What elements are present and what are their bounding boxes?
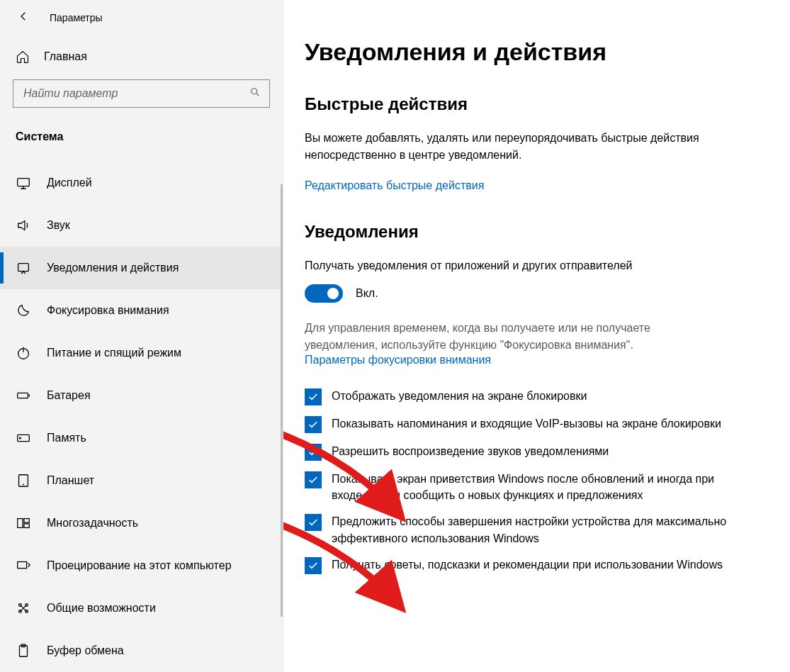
notifications-check-list: Отображать уведомления на экране блокиро…	[305, 388, 762, 574]
svg-rect-4	[18, 393, 28, 398]
edit-quick-actions-link[interactable]: Редактировать быстрые действия	[305, 179, 484, 191]
battery-icon	[16, 388, 31, 403]
notifications-heading: Уведомления	[305, 222, 762, 242]
multitask-icon	[16, 515, 31, 531]
svg-rect-2	[18, 264, 29, 271]
sidebar-item-label: Батарея	[47, 389, 91, 402]
quick-actions-desc: Вы можете добавлять, удалять или переупо…	[305, 130, 701, 164]
sidebar-item-label: Проецирование на этот компьютер	[47, 559, 232, 572]
main-content: Уведомления и действия Быстрые действия …	[283, 0, 790, 672]
power-icon	[16, 345, 31, 361]
shared-icon	[16, 600, 31, 616]
nav-list: ДисплейЗвукУведомления и действияФокусир…	[0, 162, 283, 672]
sidebar-item-label: Память	[47, 432, 86, 444]
sidebar-item-label: Фокусировка внимания	[47, 304, 169, 317]
sidebar-item-label: Дисплей	[47, 177, 92, 189]
notifications-toggle[interactable]	[305, 284, 343, 303]
nav-home-label: Главная	[44, 50, 87, 63]
sidebar-item-storage[interactable]: Память	[0, 417, 283, 459]
sidebar-item-tablet[interactable]: Планшет	[0, 459, 283, 502]
sidebar-item-clipboard[interactable]: Буфер обмена	[0, 629, 283, 672]
focus-assist-link[interactable]: Параметры фокусировки внимания	[305, 354, 491, 366]
svg-point-15	[26, 610, 28, 613]
window-title: Параметры	[50, 12, 103, 23]
check-label: Предложить способы завершения настройки …	[332, 513, 728, 546]
sidebar-item-label: Планшет	[47, 474, 94, 487]
notification-check-3[interactable]: Показывать экран приветствия Windows пос…	[305, 471, 762, 503]
check-label: Разрешить воспроизведение звуков уведомл…	[332, 443, 609, 459]
quick-actions-heading: Быстрые действия	[305, 94, 762, 114]
check-label: Отображать уведомления на экране блокиро…	[332, 388, 587, 404]
sidebar-item-label: Общие возможности	[47, 602, 156, 615]
check-label: Показывать напоминания и входящие VoIP-в…	[332, 415, 721, 432]
notification-check-2[interactable]: Разрешить воспроизведение звуков уведомл…	[305, 443, 762, 461]
sidebar: Параметры Главная Система ДисплейЗвукУве…	[0, 0, 283, 672]
svg-rect-8	[18, 519, 23, 528]
back-arrow-icon[interactable]	[17, 10, 30, 26]
focus-icon	[16, 303, 31, 318]
sidebar-item-battery[interactable]: Батарея	[0, 374, 283, 417]
sidebar-item-label: Уведомления и действия	[47, 262, 179, 274]
projecting-icon	[16, 558, 31, 573]
checkbox-icon[interactable]	[305, 416, 322, 433]
sidebar-item-projecting[interactable]: Проецирование на этот компьютер	[0, 544, 283, 587]
checkbox-icon[interactable]	[305, 514, 322, 531]
page-title: Уведомления и действия	[305, 38, 762, 66]
section-label: Система	[0, 111, 283, 153]
notification-check-1[interactable]: Показывать напоминания и входящие VoIP-в…	[305, 415, 762, 433]
notification-check-0[interactable]: Отображать уведомления на экране блокиро…	[305, 388, 762, 405]
svg-point-12	[19, 604, 22, 607]
sidebar-item-label: Питание и спящий режим	[47, 347, 181, 359]
sidebar-item-multitask[interactable]: Многозадачность	[0, 502, 283, 544]
tablet-icon	[16, 473, 31, 488]
sidebar-item-shared[interactable]: Общие возможности	[0, 587, 283, 629]
sidebar-item-display[interactable]: Дисплей	[0, 162, 283, 204]
sidebar-item-power[interactable]: Питание и спящий режим	[0, 332, 283, 374]
svg-point-0	[252, 89, 257, 94]
storage-icon	[16, 430, 31, 446]
svg-point-13	[26, 604, 28, 607]
checkbox-icon[interactable]	[305, 471, 322, 488]
svg-rect-1	[18, 179, 30, 186]
sound-icon	[16, 218, 31, 233]
notification-check-5[interactable]: Получать советы, подсказки и рекомендаци…	[305, 556, 762, 574]
svg-rect-10	[24, 524, 29, 528]
clipboard-icon	[16, 643, 31, 659]
search-input[interactable]	[23, 87, 249, 100]
display-icon	[16, 175, 31, 191]
notifications-toggle-state: Вкл.	[356, 287, 378, 300]
svg-point-14	[19, 610, 22, 613]
svg-rect-9	[24, 519, 29, 523]
svg-rect-11	[18, 562, 27, 569]
checkbox-icon[interactable]	[305, 388, 322, 405]
svg-point-6	[20, 437, 21, 439]
nav-home[interactable]: Главная	[0, 41, 283, 72]
checkbox-icon[interactable]	[305, 557, 322, 574]
notifications-toggle-label: Получать уведомления от приложений и дру…	[305, 257, 762, 274]
check-label: Показывать экран приветствия Windows пос…	[332, 471, 728, 503]
home-icon	[16, 50, 30, 64]
sidebar-item-label: Многозадачность	[47, 517, 138, 530]
sidebar-item-label: Звук	[47, 219, 70, 232]
scrollbar[interactable]	[281, 184, 283, 617]
notification-check-4[interactable]: Предложить способы завершения настройки …	[305, 513, 762, 546]
check-label: Получать советы, подсказки и рекомендаци…	[332, 556, 723, 573]
notifications-icon	[16, 260, 31, 276]
focus-assist-desc: Для управления временем, когда вы получа…	[305, 320, 701, 354]
search-icon	[249, 86, 261, 101]
sidebar-item-focus[interactable]: Фокусировка внимания	[0, 289, 283, 332]
sidebar-item-notifications[interactable]: Уведомления и действия	[0, 247, 283, 289]
checkbox-icon[interactable]	[305, 444, 322, 461]
sidebar-item-sound[interactable]: Звук	[0, 204, 283, 247]
sidebar-item-label: Буфер обмена	[47, 644, 124, 657]
search-box[interactable]	[13, 79, 270, 108]
